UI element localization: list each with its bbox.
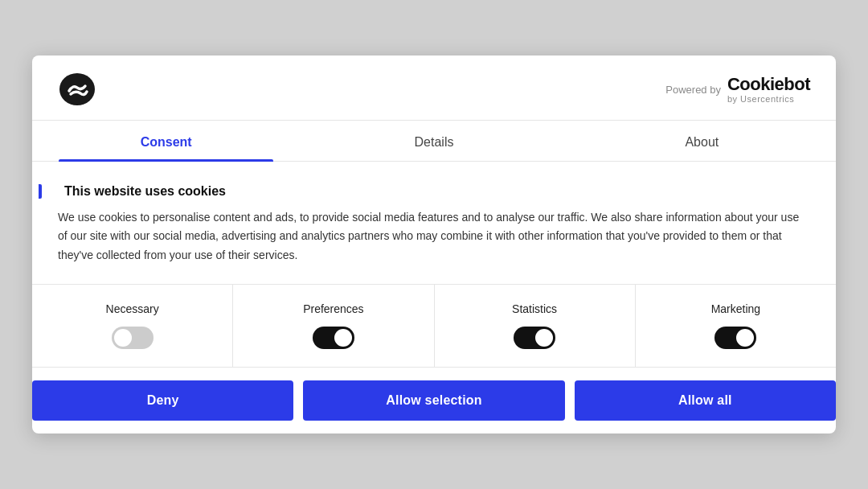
- allow-all-button[interactable]: Allow all: [575, 380, 836, 421]
- cookiebot-logo-icon: [58, 70, 96, 109]
- brand-sub: by Usercentrics: [727, 94, 794, 104]
- toggle-label-necessary: Necessary: [106, 302, 159, 315]
- toggle-col-marketing: Marketing: [636, 285, 836, 367]
- buttons-row: Deny Allow selection Allow all: [32, 368, 836, 434]
- modal-body: This website uses cookies We use cookies…: [32, 162, 836, 264]
- cookiebot-brand: Cookiebot by Usercentrics: [727, 75, 810, 104]
- toggles-section: Necessary Preferences Statistics: [32, 284, 836, 368]
- powered-by-text: Powered by: [665, 84, 721, 96]
- cookie-description: We use cookies to personalise content an…: [58, 208, 810, 264]
- toggle-preferences[interactable]: [313, 327, 354, 349]
- toggle-col-statistics: Statistics: [435, 285, 636, 367]
- tabs-bar: Consent Details About: [32, 121, 836, 162]
- brand-name: Cookiebot: [727, 75, 810, 94]
- deny-button[interactable]: Deny: [32, 380, 293, 421]
- toggle-col-preferences: Preferences: [233, 285, 434, 367]
- toggle-label-preferences: Preferences: [303, 302, 363, 315]
- toggle-statistics[interactable]: [514, 327, 555, 349]
- tab-about[interactable]: About: [568, 121, 836, 161]
- modal-header: Powered by Cookiebot by Usercentrics: [32, 55, 836, 121]
- cookie-title: This website uses cookies: [64, 184, 810, 199]
- toggle-label-statistics: Statistics: [512, 302, 557, 315]
- toggle-necessary[interactable]: [112, 327, 154, 349]
- toggle-label-marketing: Marketing: [711, 302, 760, 315]
- allow-selection-button[interactable]: Allow selection: [303, 380, 564, 421]
- tab-consent[interactable]: Consent: [32, 121, 300, 161]
- toggle-col-necessary: Necessary: [32, 285, 233, 367]
- tab-details[interactable]: Details: [300, 121, 567, 161]
- logo-area: [58, 70, 96, 109]
- cookie-consent-modal: Powered by Cookiebot by Usercentrics Con…: [32, 55, 836, 433]
- toggle-marketing[interactable]: [714, 327, 756, 349]
- powered-by-area: Powered by Cookiebot by Usercentrics: [665, 75, 810, 104]
